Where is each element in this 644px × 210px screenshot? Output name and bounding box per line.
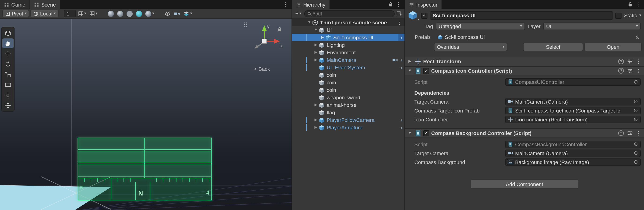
effects-toggle-button[interactable] xyxy=(135,10,143,17)
transform-tool-button[interactable] xyxy=(2,90,14,100)
fold-icon[interactable]: ▼ xyxy=(407,69,413,73)
scene-gizmo[interactable]: y x xyxy=(243,20,286,62)
gameobject-icon-button[interactable]: ▾ xyxy=(408,10,419,20)
presets-icon[interactable] xyxy=(627,58,633,64)
hierarchy-row-sci-fi-compass-ui[interactable]: ▶ Sci-fi compass UI › xyxy=(292,34,404,41)
local-toggle-button[interactable]: Local ▾ xyxy=(31,10,58,17)
view-tool-button[interactable] xyxy=(2,28,14,38)
scale-tool-button[interactable] xyxy=(2,70,14,79)
kebab-menu-icon[interactable]: ⋮ xyxy=(636,130,641,136)
active-checkbox[interactable]: ✓ xyxy=(421,12,428,18)
presets-icon[interactable] xyxy=(627,130,633,136)
gizmo-center-cube[interactable] xyxy=(262,39,267,44)
snap-increment-field[interactable]: 1 xyxy=(64,10,76,17)
prefab-name[interactable]: Sci-fi compass UI xyxy=(445,34,485,40)
gameobject-name-field[interactable]: Sci-fi compass UI xyxy=(430,11,613,20)
gizmo-z-cone[interactable] xyxy=(254,45,259,49)
rect-tool-button[interactable] xyxy=(2,80,14,90)
prefab-open-chevron[interactable]: › xyxy=(398,124,404,131)
shading-mode-button[interactable] xyxy=(107,10,115,17)
gizmo-lock-icon[interactable] xyxy=(278,27,282,32)
tab-hierarchy[interactable]: Hierarchy xyxy=(292,0,330,9)
hand-tool-button[interactable] xyxy=(2,38,14,48)
layer-dropdown[interactable]: UI ▾ xyxy=(544,22,641,30)
add-component-button[interactable]: Add Component xyxy=(470,180,578,189)
compass-background-controller-header[interactable]: ▼ ✓ Compass Background Controller (Scrip… xyxy=(405,128,644,138)
scene-fx-dropdown-button[interactable]: ▾ xyxy=(144,10,155,17)
script-field[interactable]: CompassBackgroundController ⊙ xyxy=(505,140,641,148)
script-field[interactable]: CompassUIController ⊙ xyxy=(505,78,641,86)
prefab-open-chevron[interactable]: › xyxy=(398,64,404,71)
rotate-tool-button[interactable] xyxy=(2,59,14,69)
hierarchy-row-flag[interactable]: flag xyxy=(292,109,404,116)
hierarchy-row-playerarmature[interactable]: ▶ PlayerArmature › xyxy=(292,124,404,131)
lock-icon[interactable] xyxy=(628,2,632,7)
icon-container-field[interactable]: Icon container (Rect Transform) ⊙ xyxy=(505,116,641,123)
back-button[interactable]: < Back xyxy=(254,66,270,72)
static-checkbox[interactable] xyxy=(616,12,622,18)
lighting-toggle-button[interactable] xyxy=(116,10,124,17)
search-filter-caret-icon[interactable]: ▾ xyxy=(313,12,315,16)
snap-settings-button[interactable]: ▾ xyxy=(88,10,98,17)
audio-toggle-button[interactable] xyxy=(126,10,134,17)
kebab-menu-icon[interactable]: ⋮ xyxy=(396,2,401,7)
object-picker-icon[interactable]: ⊙ xyxy=(633,150,639,156)
hierarchy-row-weapon-sword[interactable]: weapon-sword xyxy=(292,94,404,101)
target-camera-field[interactable]: MainCamera (Camera) ⊙ xyxy=(505,98,641,105)
prefab-open-chevron[interactable]: › xyxy=(398,34,404,41)
component-enabled-checkbox[interactable]: ✓ xyxy=(423,68,429,74)
expand-toggle-icon[interactable]: ▶ xyxy=(313,58,319,62)
scene-visibility-button[interactable] xyxy=(164,10,172,17)
scene-viewport[interactable]: 5° N 4 y x < Back xyxy=(0,19,292,210)
expand-toggle-icon[interactable]: ▶ xyxy=(313,118,319,122)
prefab-picker-icon[interactable]: ⊙ xyxy=(635,34,641,40)
object-picker-icon[interactable]: ⊙ xyxy=(633,79,639,84)
prefab-open-chevron[interactable]: › xyxy=(398,56,404,64)
hierarchy-row-ui[interactable]: ▼ UI xyxy=(292,26,404,34)
object-picker-icon[interactable]: ⊙ xyxy=(633,99,639,104)
tab-scene[interactable]: Scene xyxy=(30,0,60,9)
kebab-menu-icon[interactable]: ⋮ xyxy=(636,2,641,7)
expand-toggle-icon[interactable]: ▶ xyxy=(320,36,325,40)
expand-toggle-icon[interactable]: ▶ xyxy=(313,50,319,54)
gizmo-x-cone[interactable] xyxy=(274,39,280,44)
hierarchy-row-animal-horse[interactable]: ▶ animal-horse xyxy=(292,101,404,109)
rect-transform-header[interactable]: ▶ Rect Transform ? ⋮ xyxy=(405,57,644,66)
tag-dropdown[interactable]: Untagged ▾ xyxy=(436,22,525,30)
expand-toggle-icon[interactable]: ▼ xyxy=(313,28,319,32)
prefab-open-chevron[interactable]: › xyxy=(398,116,404,124)
hierarchy-row-maincamera[interactable]: ▶ MainCamera › xyxy=(292,56,404,64)
hierarchy-row-ui-eventsystem[interactable]: UI_EventSystem › xyxy=(292,64,404,71)
gizmo-y-cone[interactable] xyxy=(262,25,267,31)
hierarchy-row-environment[interactable]: ▶ Environment xyxy=(292,49,404,56)
custom-tool-button[interactable] xyxy=(2,100,14,110)
select-button[interactable]: Select xyxy=(523,43,583,51)
grid-snap-button[interactable]: ▾ xyxy=(77,10,87,17)
hierarchy-row-coin-2[interactable]: coin xyxy=(292,79,404,86)
create-object-button[interactable]: + ▾ xyxy=(294,10,302,17)
overlay-menu-icon[interactable] xyxy=(244,22,248,27)
static-caret-icon[interactable]: ▾ xyxy=(639,14,641,17)
fold-icon[interactable]: ▶ xyxy=(407,60,413,63)
overrides-dropdown[interactable]: Overrides ▾ xyxy=(434,43,507,51)
object-picker-icon[interactable]: ⊙ xyxy=(633,142,639,147)
help-icon[interactable]: ? xyxy=(618,68,624,74)
expand-toggle-icon[interactable]: ▶ xyxy=(313,43,319,47)
open-button[interactable]: Open xyxy=(584,43,642,51)
expand-toggle-icon[interactable]: ▶ xyxy=(313,103,319,107)
presets-icon[interactable] xyxy=(627,68,633,74)
expand-toggle-icon[interactable]: ▶ xyxy=(313,126,319,130)
picker-window-icon[interactable] xyxy=(396,11,402,16)
object-picker-icon[interactable]: ⊙ xyxy=(633,160,639,164)
compass-background-field[interactable]: Background image (Raw Image) ⊙ xyxy=(505,158,641,166)
object-picker-icon[interactable]: ⊙ xyxy=(633,108,639,113)
compass-target-icon-prefab-field[interactable]: Sci-fi compass target icon (Compass Targ… xyxy=(505,107,641,114)
hierarchy-row-coin-3[interactable]: coin xyxy=(292,86,404,94)
fold-icon[interactable]: ▼ xyxy=(407,131,413,135)
tab-inspector[interactable]: Inspector xyxy=(405,0,442,9)
target-camera-field[interactable]: MainCamera (Camera) ⊙ xyxy=(505,149,641,157)
kebab-menu-icon[interactable]: ⋮ xyxy=(397,20,404,25)
layers-dropdown-button[interactable]: ▾ xyxy=(182,10,193,17)
component-enabled-checkbox[interactable]: ✓ xyxy=(423,130,429,136)
lock-icon[interactable] xyxy=(388,2,393,7)
